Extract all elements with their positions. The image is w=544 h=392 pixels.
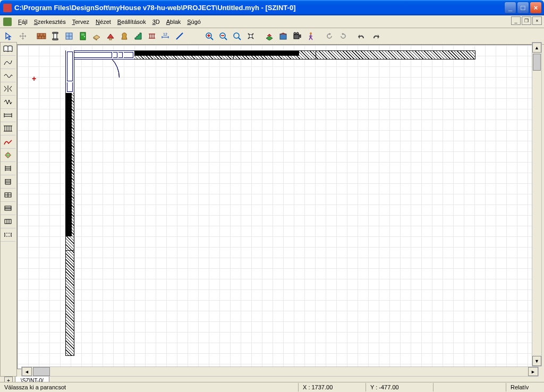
svg-point-12	[234, 33, 239, 38]
left-toolbar	[0, 42, 17, 377]
svg-point-7	[84, 36, 85, 37]
slab-tool[interactable]	[90, 30, 103, 42]
walk-tool[interactable]	[304, 30, 317, 42]
hscroll-thumb[interactable]	[33, 367, 50, 376]
menu-fajl[interactable]: Fájl	[15, 18, 31, 26]
window-tool[interactable]	[62, 30, 75, 42]
wall-tool[interactable]	[35, 30, 48, 42]
roof-tool[interactable]	[104, 30, 117, 42]
stairs-tool[interactable]	[131, 30, 144, 42]
select-tool[interactable]	[2, 30, 15, 42]
status-mode: Relatív	[506, 383, 544, 391]
column-tool[interactable]	[48, 30, 62, 42]
horizontal-scrollbar[interactable]: ◄ ►	[21, 367, 539, 377]
symbol-tool[interactable]	[117, 30, 131, 42]
menu-nezet[interactable]: Nézet	[92, 18, 114, 26]
side-beam-icon[interactable]	[1, 109, 15, 122]
scroll-right-arrow[interactable]: ►	[528, 367, 538, 376]
side-grid2-icon[interactable]	[1, 202, 15, 215]
move-tool[interactable]	[16, 30, 29, 42]
window-right-2[interactable]	[65, 50, 74, 82]
svg-rect-8	[109, 38, 112, 40]
mdi-minimize[interactable]: _	[511, 16, 521, 25]
side-grid1-icon[interactable]	[1, 189, 15, 202]
side-zigzag-icon[interactable]	[1, 96, 15, 109]
camera-tool[interactable]	[290, 30, 303, 42]
status-bar: Válassza ki a parancsot X : 1737.00 Y : …	[0, 382, 544, 392]
grid-background	[18, 45, 535, 369]
window-title: C:\Program Files\DesignSoft\myHouse v78-…	[14, 4, 295, 12]
zoom-in-tool[interactable]	[202, 30, 216, 42]
status-x: X : 1737.00	[299, 383, 366, 391]
menu-tervez[interactable]: Tervez	[69, 18, 92, 26]
svg-rect-21	[5, 206, 11, 210]
close-button[interactable]: ×	[530, 2, 541, 13]
options-tool[interactable]	[244, 30, 257, 42]
menu-szerkesztes[interactable]: Szerkesztés	[31, 18, 69, 26]
side-curve2-icon[interactable]	[1, 69, 15, 82]
svg-point-18	[310, 32, 312, 35]
menu-sugo[interactable]: Súgó	[184, 18, 204, 26]
status-empty	[434, 383, 506, 391]
minimize-button[interactable]: _	[505, 2, 516, 13]
rotate-right-tool[interactable]	[336, 30, 350, 42]
origin-marker: +	[32, 74, 36, 83]
redo-tool[interactable]	[369, 30, 382, 42]
side-ladder2-icon[interactable]	[1, 175, 15, 189]
side-curve1-icon[interactable]	[1, 56, 15, 69]
svg-point-16	[294, 32, 296, 35]
status-message: Válassza ki a parancsot	[0, 383, 299, 391]
scroll-down-arrow[interactable]: ▼	[532, 356, 541, 366]
menu-ablak[interactable]: Ablak	[163, 18, 184, 26]
zoom-window-tool[interactable]	[230, 30, 243, 42]
scroll-left-arrow[interactable]: ◄	[22, 367, 32, 376]
svg-rect-6	[81, 33, 84, 36]
svg-rect-2	[53, 32, 58, 33]
rail-tool[interactable]	[145, 30, 158, 42]
maximize-button[interactable]: □	[517, 2, 529, 13]
side-book-icon[interactable]	[1, 42, 15, 56]
drawing-canvas[interactable]: +	[17, 45, 536, 369]
menu-beallitasok[interactable]: Beállítások	[114, 18, 149, 26]
side-path-red-icon[interactable]	[1, 135, 15, 149]
render-tool[interactable]	[276, 30, 290, 42]
svg-rect-3	[53, 39, 58, 40]
scroll-up-arrow[interactable]: ▲	[532, 42, 541, 53]
side-dashed-icon[interactable]	[1, 228, 15, 242]
main-toolbar: 12	[0, 28, 544, 45]
side-target-icon[interactable]	[1, 149, 15, 162]
undo-tool[interactable]	[355, 30, 368, 42]
svg-rect-15	[294, 35, 299, 39]
svg-rect-22	[5, 219, 11, 224]
mdi-close[interactable]: ×	[532, 16, 542, 25]
title-bar: C:\Program Files\DesignSoft\myHouse v78-…	[0, 0, 544, 15]
side-mirror-icon[interactable]	[1, 82, 15, 96]
doc-icon	[3, 18, 12, 26]
svg-rect-14	[280, 34, 286, 39]
rotate-left-tool[interactable]	[322, 30, 336, 42]
mdi-restore[interactable]: ❐	[522, 16, 531, 25]
svg-point-17	[296, 32, 299, 35]
side-ladder1-icon[interactable]	[1, 162, 15, 175]
menu-bar: Fájl Szerkesztés Tervez Nézet Beállításo…	[0, 15, 544, 28]
dimension-tool[interactable]: 12	[159, 30, 172, 42]
side-columns-icon[interactable]	[1, 122, 15, 135]
svg-point-13	[249, 35, 252, 38]
vscroll-thumb[interactable]	[533, 54, 541, 71]
zoom-out-tool[interactable]	[216, 30, 230, 42]
menu-3d[interactable]: 3D	[149, 18, 163, 26]
door-tool[interactable]	[76, 30, 89, 42]
side-grid3-icon[interactable]	[1, 215, 15, 228]
svg-text:12: 12	[163, 32, 167, 36]
vertical-scrollbar[interactable]: ▲ ▼	[532, 42, 542, 367]
app-icon	[3, 4, 12, 12]
status-y: Y : -477.00	[366, 383, 434, 391]
view3d-tool[interactable]	[262, 30, 276, 42]
line-tool[interactable]	[173, 30, 186, 42]
